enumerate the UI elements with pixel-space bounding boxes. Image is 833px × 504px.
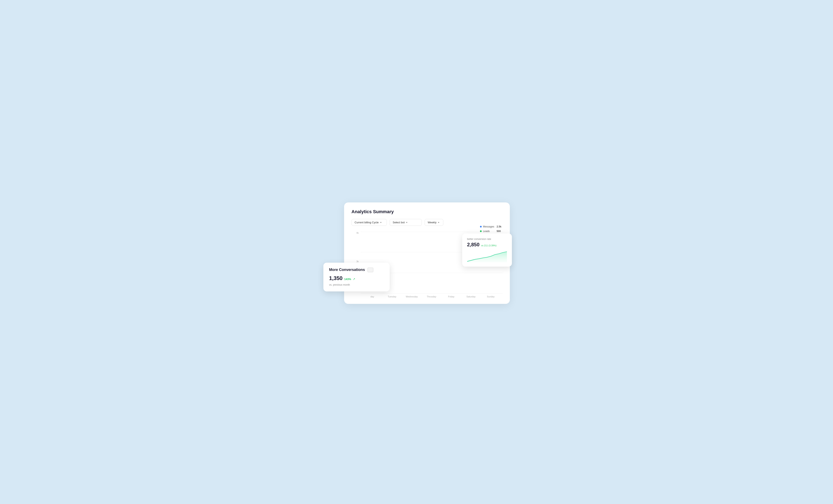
y-label-4k: 4k bbox=[352, 232, 359, 234]
sparkline-chart bbox=[467, 250, 507, 262]
conversion-value: 2,850 bbox=[467, 242, 480, 248]
period-label: Weekly bbox=[428, 221, 436, 224]
leads-label: Leads bbox=[483, 230, 495, 233]
leads-value: 500 bbox=[497, 230, 501, 233]
conversation-icon-box bbox=[367, 268, 373, 272]
conversion-rate-card: better conversion rate 2,850 vs 211 (3.3… bbox=[462, 233, 512, 267]
messages-label: Messages bbox=[483, 225, 495, 228]
billing-cycle-chevron: ▾ bbox=[380, 221, 381, 224]
x-label-fri: Friday bbox=[442, 295, 461, 298]
float-card-title: More Conversations bbox=[329, 268, 365, 272]
chart-legend: Messages 2.5k Leads 500 bbox=[480, 225, 501, 233]
x-label-thu: Thrusday bbox=[422, 295, 441, 298]
x-label-sun: Sunday bbox=[481, 295, 500, 298]
y-label-3k-top: 3k bbox=[352, 260, 359, 263]
x-label-tue: Tuesday bbox=[382, 295, 402, 298]
page-title: Analytics Summary bbox=[352, 209, 502, 215]
conversion-label: better conversion rate bbox=[467, 237, 507, 241]
x-label-mon: day bbox=[362, 295, 382, 298]
billing-cycle-dropdown[interactable]: Current billing Cycle ▾ bbox=[352, 219, 387, 226]
conversion-metric-row: 2,850 vs 211 (3.39%) bbox=[467, 242, 507, 248]
legend-messages: Messages 2.5k bbox=[480, 225, 501, 228]
compare-pct: (3.39%) bbox=[489, 244, 497, 247]
float-metric-row: 1,350 143% ↗ bbox=[329, 275, 384, 281]
x-label-sat: Saturday bbox=[461, 295, 481, 298]
legend-leads: Leads 500 bbox=[480, 230, 501, 233]
select-bot-dropdown[interactable]: Select bot ▾ bbox=[390, 219, 422, 226]
conversations-value: 1,350 bbox=[329, 275, 343, 281]
conversion-compare: vs 211 (3.39%) bbox=[481, 244, 497, 247]
messages-dot bbox=[480, 226, 482, 227]
select-bot-label: Select bot bbox=[393, 221, 405, 224]
leads-dot bbox=[480, 230, 482, 232]
conversations-percent: 143% bbox=[344, 278, 351, 281]
x-axis: day Tuesday Wednesday Thrusday Friday Sa… bbox=[361, 294, 502, 298]
filters-row: Current billing Cycle ▾ Select bot ▾ Wee… bbox=[352, 219, 502, 226]
x-label-wed: Wednesday bbox=[402, 295, 422, 298]
period-dropdown[interactable]: Weekly ▾ bbox=[425, 219, 443, 226]
messages-value: 2.5k bbox=[497, 225, 501, 228]
compare-prefix: vs 211 bbox=[481, 244, 488, 247]
period-chevron: ▾ bbox=[438, 221, 439, 224]
vs-previous-text: vs. previous month bbox=[329, 283, 350, 286]
more-conversations-card: More Conversations 1,350 143% ↗ vs. prev… bbox=[324, 263, 390, 292]
scene: Analytics Summary Current billing Cycle … bbox=[324, 192, 510, 312]
select-bot-chevron: ▾ bbox=[406, 221, 407, 224]
sparkline-svg bbox=[467, 250, 507, 262]
float-title-row: More Conversations bbox=[329, 268, 384, 272]
billing-cycle-label: Current billing Cycle bbox=[355, 221, 379, 224]
arrow-up-icon: ↗ bbox=[353, 277, 355, 281]
